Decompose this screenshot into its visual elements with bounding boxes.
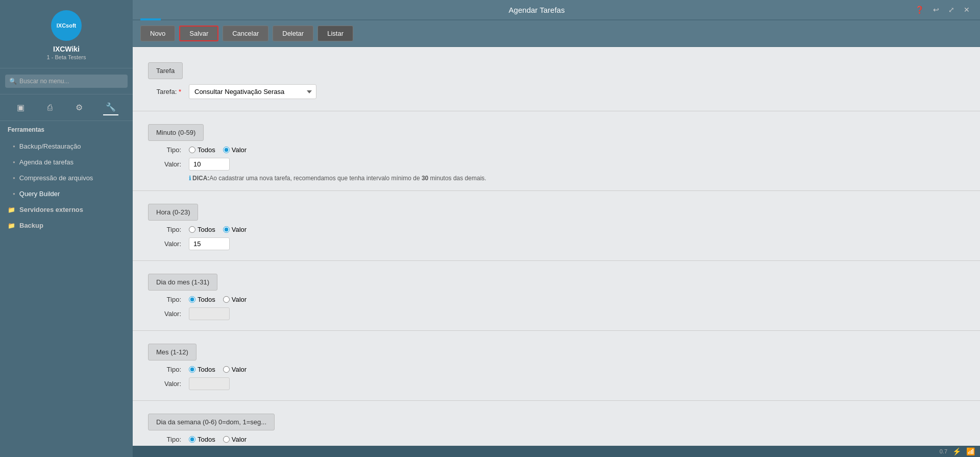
folder-icon: 📁: [8, 206, 15, 213]
mes-valor-input[interactable]: [189, 377, 230, 390]
dia-semana-todos-label[interactable]: Todos: [189, 436, 215, 443]
sidebar-item-servidores-externos[interactable]: 📁 Servidores externos: [0, 202, 133, 218]
help-button[interactable]: ❓: [913, 4, 926, 15]
minuto-valor-radio[interactable]: [223, 147, 230, 153]
search-input[interactable]: [5, 75, 128, 88]
sidebar: IXCsoft IXCWiki 1 - Beta Testers 🔍 ▣ ⎙ ⚙…: [0, 0, 133, 457]
dia-mes-tipo-group: Todos Valor: [189, 296, 247, 303]
dia-mes-section-header: Dia do mes (1-31): [148, 274, 217, 291]
cancelar-button[interactable]: Cancelar: [223, 26, 268, 41]
dia-mes-tipo-label: Tipo:: [140, 296, 181, 303]
tarefa-section-header: Tarefa: [148, 62, 183, 79]
dica-bold: 30: [422, 175, 428, 182]
bullet-icon: ●: [13, 160, 15, 164]
logo-text: IXCsoft: [57, 22, 77, 29]
nav-label: Query Builder: [19, 190, 60, 198]
main-area: Agendar Tarefas ❓ ↩ ⤢ ✕ Novo Salvar Canc…: [133, 0, 980, 457]
hora-valor-label[interactable]: Valor: [223, 226, 247, 233]
hora-valor-input[interactable]: [189, 237, 230, 250]
mes-tipo-label: Tipo:: [140, 366, 181, 373]
dia-mes-todos-radio[interactable]: [189, 296, 195, 303]
sidebar-section-title: Ferramentas: [0, 121, 133, 136]
signal-indicator: 📶: [966, 447, 975, 455]
mes-valor-label[interactable]: Valor: [223, 366, 247, 373]
mes-valor-radio[interactable]: [223, 366, 230, 373]
salvar-button[interactable]: Salvar: [179, 26, 218, 41]
bullet-icon: ●: [13, 191, 15, 196]
user-name: IXCWiki: [53, 45, 80, 53]
status-indicator: ⚡: [952, 447, 961, 455]
sidebar-item-compressao-arquivos[interactable]: ● Compressão de arquivos: [0, 170, 133, 186]
toolbar: Novo Salvar Cancelar Deletar Listar: [133, 20, 980, 47]
sidebar-item-backup-restauracao[interactable]: ● Backup/Restauração: [0, 138, 133, 154]
version-text: 0.7: [940, 448, 947, 454]
nav-label: Servidores externos: [19, 206, 83, 213]
hora-valor-radio[interactable]: [223, 226, 230, 233]
dia-semana-valor-radio[interactable]: [223, 436, 230, 443]
expand-button[interactable]: ⤢: [946, 4, 957, 15]
dia-mes-valor-input[interactable]: [189, 307, 230, 320]
sidebar-search[interactable]: 🔍: [0, 68, 133, 94]
hora-tipo-group: Todos Valor: [189, 226, 247, 233]
nav-label: Backup: [19, 222, 43, 229]
listar-button[interactable]: Listar: [317, 26, 353, 41]
minuto-tipo-group: Todos Valor: [189, 146, 247, 154]
sidebar-logo: IXCsoft IXCWiki 1 - Beta Testers: [0, 0, 133, 68]
monitor-icon-btn[interactable]: ▣: [14, 100, 27, 115]
hora-todos-label[interactable]: Todos: [189, 226, 215, 233]
minuto-todos-label[interactable]: Todos: [189, 146, 215, 154]
nav-label: Backup/Restauração: [19, 142, 81, 150]
content-area: Tarefa Tarefa: * Consultar Negativação S…: [133, 47, 980, 446]
minuto-todos-radio[interactable]: [189, 147, 195, 153]
tip-icon: ℹ: [189, 175, 191, 182]
mes-todos-label[interactable]: Todos: [189, 366, 215, 373]
minuto-section-header: Minuto (0-59): [148, 124, 204, 141]
nav-label: Compressão de arquivos: [19, 174, 93, 182]
logo-circle: IXCsoft: [51, 10, 82, 41]
history-button[interactable]: ↩: [930, 4, 942, 15]
tools-icon-btn[interactable]: 🔧: [103, 100, 118, 115]
hora-section-header: Hora (0-23): [148, 204, 198, 221]
print-icon-btn[interactable]: ⎙: [45, 100, 55, 115]
dia-semana-tipo-label: Tipo:: [140, 436, 181, 443]
minuto-valor-input[interactable]: [189, 158, 230, 171]
dia-semana-valor-label[interactable]: Valor: [223, 436, 247, 443]
hora-valor-label: Valor:: [140, 240, 181, 248]
mes-todos-radio[interactable]: [189, 366, 195, 373]
folder-icon: 📁: [8, 222, 15, 229]
sidebar-nav: ● Backup/Restauração ● Agenda de tarefas…: [0, 136, 133, 457]
dia-mes-todos-label[interactable]: Todos: [189, 296, 215, 303]
required-mark: *: [179, 88, 181, 95]
mes-tipo-group: Todos Valor: [189, 366, 247, 373]
dia-mes-valor-label: Valor:: [140, 310, 181, 318]
bullet-icon: ●: [13, 144, 15, 149]
minuto-valor-label[interactable]: Valor: [223, 146, 247, 154]
bottom-bar: 0.7 ⚡ 📶: [133, 446, 980, 457]
settings-icon-btn[interactable]: ⚙: [73, 100, 85, 115]
mes-section-header: Mes (1-12): [148, 344, 197, 360]
dica-label: DICA:: [192, 175, 209, 182]
deletar-button[interactable]: Deletar: [273, 26, 313, 41]
minuto-tipo-label: Tipo:: [140, 146, 181, 154]
user-group: 1 - Beta Testers: [47, 54, 86, 60]
header-controls: ❓ ↩ ⤢ ✕: [913, 4, 980, 15]
sidebar-item-query-builder[interactable]: ● Query Builder: [0, 186, 133, 202]
close-button[interactable]: ✕: [961, 4, 972, 15]
sidebar-item-backup[interactable]: 📁 Backup: [0, 218, 133, 233]
bullet-icon: ●: [13, 176, 15, 180]
novo-button[interactable]: Novo: [140, 26, 175, 41]
dia-semana-section-header: Dia da semana (0-6) 0=dom, 1=seg...: [148, 414, 275, 430]
dia-mes-valor-label[interactable]: Valor: [223, 296, 247, 303]
nav-label: Agenda de tarefas: [19, 158, 74, 166]
mes-valor-label: Valor:: [140, 380, 181, 388]
header: Agendar Tarefas ❓ ↩ ⤢ ✕: [133, 0, 980, 20]
hora-todos-radio[interactable]: [189, 226, 195, 233]
sidebar-item-agenda-tarefas[interactable]: ● Agenda de tarefas: [0, 154, 133, 170]
dia-mes-valor-radio[interactable]: [223, 296, 230, 303]
header-title: Agendar Tarefas: [161, 6, 913, 14]
tarefa-select[interactable]: Consultar Negativação Serasa: [189, 84, 316, 99]
minuto-valor-label: Valor:: [140, 160, 181, 168]
dia-semana-todos-radio[interactable]: [189, 436, 195, 443]
hora-tipo-label: Tipo:: [140, 226, 181, 233]
tarefa-field-label: Tarefa: *: [140, 88, 181, 95]
